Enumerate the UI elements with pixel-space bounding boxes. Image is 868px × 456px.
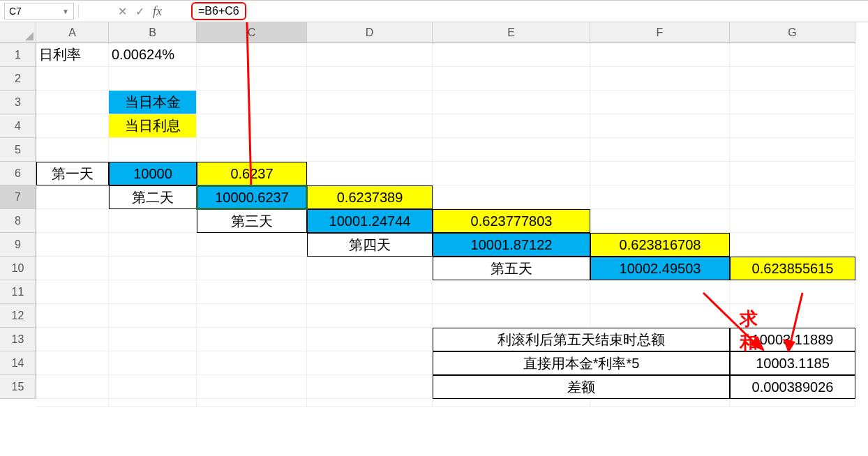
cell[interactable] <box>307 280 433 304</box>
cell[interactable]: 0.623777803 <box>433 209 590 233</box>
cell[interactable] <box>730 162 855 185</box>
column-header-C[interactable]: C <box>197 22 307 43</box>
cell[interactable] <box>197 399 307 407</box>
cell[interactable] <box>197 43 307 67</box>
cell[interactable] <box>730 138 855 162</box>
cell[interactable] <box>197 138 307 162</box>
cell[interactable] <box>197 233 307 257</box>
cell[interactable] <box>197 114 307 138</box>
cell[interactable]: 日利率 <box>36 43 109 67</box>
cell[interactable] <box>433 91 590 114</box>
cell[interactable] <box>109 233 197 257</box>
cancel-icon[interactable]: ✕ <box>118 5 127 18</box>
cell[interactable] <box>109 399 197 407</box>
cell[interactable] <box>590 185 730 209</box>
cell[interactable]: 当日利息 <box>109 114 197 138</box>
cell[interactable] <box>36 375 109 399</box>
row-header-14[interactable]: 14 <box>0 351 36 375</box>
cell[interactable] <box>433 114 590 138</box>
row-header-11[interactable]: 11 <box>0 280 36 304</box>
cell[interactable] <box>433 162 590 185</box>
cell[interactable] <box>730 399 855 407</box>
cell[interactable] <box>36 233 109 257</box>
cell[interactable] <box>590 399 730 407</box>
cell[interactable] <box>109 257 197 280</box>
cell[interactable] <box>730 185 855 209</box>
column-header-F[interactable]: F <box>590 22 730 43</box>
cell[interactable] <box>307 91 433 114</box>
cell[interactable] <box>36 351 109 375</box>
row-header-7[interactable]: 7 <box>0 185 36 209</box>
cell[interactable] <box>433 138 590 162</box>
column-header-D[interactable]: D <box>307 22 433 43</box>
cell[interactable]: 0.6237 <box>197 162 307 185</box>
row-header-8[interactable]: 8 <box>0 209 36 233</box>
cell[interactable] <box>109 280 197 304</box>
cell[interactable] <box>307 257 433 280</box>
cell[interactable] <box>433 280 590 304</box>
row-header-9[interactable]: 9 <box>0 233 36 257</box>
cell[interactable]: 10000 <box>109 162 197 185</box>
cell[interactable] <box>307 138 433 162</box>
cell[interactable] <box>590 114 730 138</box>
cell[interactable] <box>197 257 307 280</box>
cell[interactable] <box>197 351 307 375</box>
cell[interactable]: 第五天 <box>433 257 590 280</box>
cell[interactable] <box>590 304 730 328</box>
cell[interactable] <box>307 399 433 407</box>
cell[interactable] <box>36 304 109 328</box>
row-header-5[interactable]: 5 <box>0 138 36 162</box>
grid[interactable]: 日利率0.00624%当日本金当日利息第一天100000.6237第二天1000… <box>36 43 868 449</box>
cell[interactable] <box>36 257 109 280</box>
accept-icon[interactable]: ✓ <box>135 5 144 18</box>
cell[interactable] <box>36 280 109 304</box>
summary-label[interactable]: 利滚利后第五天结束时总额 <box>433 328 730 351</box>
column-header-A[interactable]: A <box>36 22 109 43</box>
cell[interactable] <box>590 67 730 91</box>
cell[interactable] <box>197 375 307 399</box>
cell[interactable] <box>109 209 197 233</box>
name-box[interactable]: C7 ▼ <box>4 3 74 20</box>
cell[interactable] <box>433 399 590 407</box>
cell[interactable]: 当日本金 <box>109 91 197 114</box>
cell[interactable] <box>36 138 109 162</box>
cell[interactable] <box>433 185 590 209</box>
row-header-1[interactable]: 1 <box>0 43 36 67</box>
cell[interactable] <box>109 351 197 375</box>
cell[interactable] <box>730 209 855 233</box>
cell[interactable] <box>307 351 433 375</box>
row-header-10[interactable]: 10 <box>0 257 36 280</box>
cell[interactable] <box>307 375 433 399</box>
cell[interactable]: 10003.11889 <box>730 328 855 351</box>
formula-input[interactable]: =B6+C6 <box>191 2 246 20</box>
cell[interactable] <box>433 304 590 328</box>
cell[interactable]: 第一天 <box>36 162 109 185</box>
cell[interactable] <box>36 67 109 91</box>
cell[interactable] <box>109 375 197 399</box>
cell[interactable]: 0.000389026 <box>730 375 855 399</box>
cell[interactable]: 10002.49503 <box>590 257 730 280</box>
row-header-15[interactable]: 15 <box>0 375 36 399</box>
cell[interactable] <box>36 114 109 138</box>
cell[interactable] <box>307 114 433 138</box>
cell[interactable]: 第四天 <box>307 233 433 257</box>
cell[interactable]: 0.00624% <box>109 43 197 67</box>
cell[interactable]: 第二天 <box>109 185 197 209</box>
cell[interactable] <box>307 304 433 328</box>
cell[interactable] <box>36 209 109 233</box>
cell[interactable] <box>109 328 197 351</box>
cell[interactable]: 10001.87122 <box>433 233 590 257</box>
row-header-13[interactable]: 13 <box>0 328 36 351</box>
cell[interactable] <box>730 280 855 304</box>
cell[interactable] <box>36 91 109 114</box>
column-header-B[interactable]: B <box>109 22 197 43</box>
row-header-4[interactable]: 4 <box>0 114 36 138</box>
cell[interactable] <box>36 185 109 209</box>
cell[interactable] <box>197 328 307 351</box>
select-all-corner[interactable] <box>0 22 36 43</box>
column-header-E[interactable]: E <box>433 22 590 43</box>
row-header-2[interactable]: 2 <box>0 67 36 91</box>
cell[interactable] <box>730 304 855 328</box>
column-header-G[interactable]: G <box>730 22 855 43</box>
cell[interactable] <box>109 138 197 162</box>
